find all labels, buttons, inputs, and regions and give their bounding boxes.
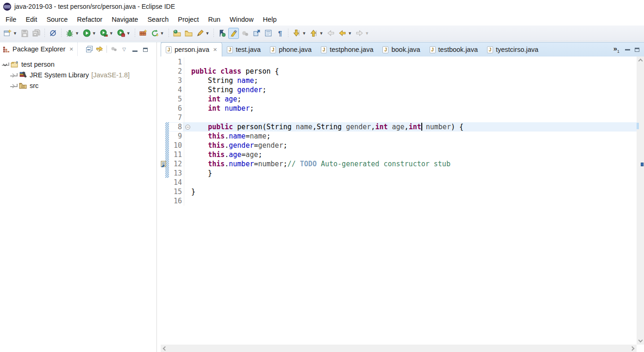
tree-item-jre-system-library[interactable]: JRE System Library[JavaSE-1.8] [0, 69, 156, 80]
coverage-button[interactable]: ▼ [99, 28, 115, 39]
line-number: 11 [169, 151, 183, 159]
open-task-button[interactable] [172, 28, 182, 39]
annotation-ruler[interactable] [161, 196, 165, 206]
minimize-editor-icon[interactable] [625, 49, 630, 50]
horizontal-scrollbar[interactable] [161, 345, 637, 352]
code-line-text[interactable]: } [191, 169, 637, 177]
last-edit-location-button[interactable] [217, 28, 227, 39]
menu-edit[interactable]: Edit [21, 14, 42, 25]
annotation-ruler[interactable] [161, 178, 165, 187]
code-editor[interactable]: 12public class person {3 String name;4 S… [161, 57, 644, 352]
open-resource-button[interactable] [183, 28, 194, 39]
view-close-icon[interactable]: ✕ [69, 46, 73, 52]
editor-tab-tyestcirso-java[interactable]: Jtyestcirso.java [482, 43, 543, 57]
editor-tab-testphone-java[interactable]: Jtestphone.java [316, 43, 378, 57]
annotation-ruler[interactable] [161, 150, 165, 159]
annotation-ruler[interactable] [161, 104, 165, 113]
collapse-all-button[interactable] [84, 44, 94, 54]
code-text-area[interactable]: 12public class person {3 String name;4 S… [161, 57, 637, 345]
menu-help[interactable]: Help [258, 14, 281, 25]
new-java-project-button[interactable] [138, 28, 149, 39]
code-line-text[interactable]: int age; [191, 95, 637, 103]
code-line-text[interactable]: int number; [191, 104, 637, 113]
overview-todo-marker[interactable] [641, 163, 644, 166]
code-line-text[interactable]: public person(String name,String gender,… [191, 123, 637, 132]
annotation-ruler[interactable] [161, 159, 165, 169]
mark-occurrences-button[interactable]: ▼ [195, 28, 211, 39]
code-line-text[interactable]: this.gender=gender; [191, 141, 637, 150]
toggle-highlight-button[interactable] [228, 28, 239, 39]
new-wizard-button[interactable]: ▼ [2, 28, 19, 39]
editor-tab-person-java[interactable]: Jperson.java✕ [161, 42, 222, 57]
expand-chevron-icon[interactable] [10, 84, 18, 87]
update-project-button[interactable]: ▼ [150, 28, 166, 39]
annotation-ruler[interactable] [161, 141, 165, 150]
menu-window[interactable]: Window [225, 14, 258, 25]
run-button[interactable]: ▼ [81, 28, 98, 39]
menu-file[interactable]: File [1, 14, 21, 25]
menu-search[interactable]: Search [143, 14, 173, 25]
menu-navigate[interactable]: Navigate [107, 14, 143, 25]
toolbar-separator [169, 29, 169, 38]
scroll-down-arrow[interactable] [637, 337, 644, 345]
menu-source[interactable]: Source [42, 14, 72, 25]
annotation-ruler[interactable] [161, 76, 165, 85]
view-menu-button[interactable]: ▽ [119, 44, 130, 55]
java-file-icon: J [270, 46, 276, 53]
menu-run[interactable]: Run [203, 14, 225, 25]
annotation-ruler[interactable] [161, 132, 165, 141]
annotation-ruler[interactable] [161, 122, 165, 132]
code-line-text[interactable]: this.name=name; [191, 132, 637, 140]
code-line-text[interactable]: String name; [191, 76, 637, 85]
fold-collapse-icon[interactable] [184, 122, 191, 132]
tree-item-src[interactable]: src [0, 80, 156, 91]
editor-tab-book-java[interactable]: Jbook.java [378, 43, 425, 57]
skip-all-breakpoints-button[interactable] [48, 28, 58, 39]
annotation-ruler[interactable] [161, 113, 165, 122]
show-source-button[interactable] [263, 28, 274, 39]
expand-chevron-icon[interactable] [10, 73, 18, 76]
tab-overflow-chevron[interactable]: »1 [613, 44, 622, 57]
next-annotation-button[interactable]: ▼ [291, 28, 307, 39]
editor-tab-test-java[interactable]: Jtest.java [222, 43, 265, 57]
tab-close-icon[interactable]: ✕ [213, 47, 217, 53]
tree-item-test-person[interactable]: Jtest person [0, 59, 156, 69]
profile-button[interactable]: ▼ [116, 28, 132, 39]
code-line-text[interactable]: this.number=number;// TODO Auto-generate… [191, 160, 637, 168]
collapse-chevron-icon[interactable] [2, 63, 9, 66]
package-explorer-title: Package Explorer [13, 45, 65, 53]
debug-button[interactable]: ▼ [64, 28, 81, 39]
code-line-text[interactable]: this.age=age; [191, 151, 637, 159]
scroll-left-arrow[interactable] [161, 345, 168, 352]
scroll-up-arrow[interactable] [637, 57, 644, 64]
vertical-scrollbar[interactable] [637, 57, 644, 345]
code-line-15: 15} [161, 187, 637, 196]
previous-annotation-button[interactable]: ▼ [308, 28, 325, 39]
focus-on-active-task-button [109, 44, 119, 54]
show-whitespace-button[interactable]: ¶ [275, 28, 285, 39]
link-with-editor-button[interactable] [94, 44, 105, 54]
code-line-text[interactable]: } [191, 188, 637, 196]
code-line-text[interactable]: public class person { [191, 67, 637, 75]
package-explorer-tab[interactable]: Package Explorer ✕ [0, 42, 78, 56]
tree-item-decoration: [JavaSE-1.8] [91, 71, 130, 79]
task-marker-icon[interactable] [161, 161, 167, 167]
maximize-view-button[interactable] [140, 44, 151, 55]
quickdiff-gutter [165, 94, 169, 104]
scroll-right-arrow[interactable] [629, 345, 637, 352]
minimize-view-button[interactable] [130, 44, 140, 55]
menu-project[interactable]: Project [173, 14, 203, 25]
editor-tab-phone-java[interactable]: Jphone.java [265, 43, 316, 57]
annotation-ruler[interactable] [161, 57, 165, 67]
menu-refactor[interactable]: Refactor [72, 14, 107, 25]
editor-tab-testbook-java[interactable]: Jtestbook.java [425, 43, 482, 57]
back-history-button[interactable]: ▼ [337, 28, 353, 39]
open-declaration-button[interactable] [251, 28, 262, 39]
annotation-ruler[interactable] [161, 85, 165, 94]
annotation-ruler[interactable] [161, 94, 165, 104]
maximize-editor-icon[interactable] [635, 48, 639, 52]
code-line-text[interactable]: String gender; [191, 86, 637, 94]
annotation-ruler[interactable] [161, 169, 165, 178]
annotation-ruler[interactable] [161, 187, 165, 196]
annotation-ruler[interactable] [161, 67, 165, 76]
